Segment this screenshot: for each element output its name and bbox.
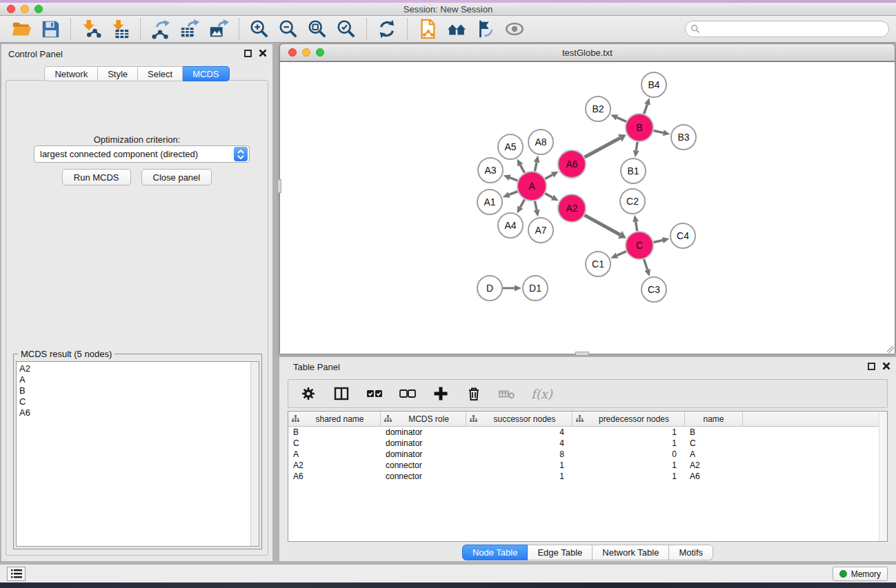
table-cell-successor-nodes[interactable]: 1	[466, 460, 573, 470]
criterion-select[interactable]: largest connected component (directed)	[34, 145, 250, 163]
network-canvas[interactable]: B4B2BB3A8A5A6A3B1AC2A1A2A4A7C4CC1DD1C3	[280, 61, 895, 354]
table-scrollbar[interactable]	[879, 412, 887, 541]
zoom-selected-icon[interactable]	[335, 17, 358, 41]
tab-select[interactable]: Select	[138, 66, 183, 81]
table-cell-predecessor-nodes[interactable]: 1	[573, 472, 685, 481]
edge-C-C2[interactable]	[636, 222, 637, 232]
task-history-list-icon[interactable]	[7, 567, 26, 581]
float-panel-icon[interactable]	[244, 50, 252, 57]
splitter-grip-left[interactable]	[277, 179, 281, 193]
tab-network[interactable]: Network	[44, 66, 98, 81]
edge-A-A3[interactable]	[510, 178, 517, 181]
table-settings-gear-icon[interactable]	[299, 385, 317, 403]
edge-A-A5[interactable]	[520, 165, 524, 172]
close-panel-icon[interactable]	[259, 49, 267, 57]
column-header-predecessor-nodes[interactable]: predecessor nodes	[573, 412, 685, 426]
open-session-icon[interactable]	[10, 17, 33, 41]
close-table-panel-icon[interactable]	[882, 362, 890, 370]
table-cell-predecessor-nodes[interactable]: 1	[573, 427, 685, 437]
tab-network-table[interactable]: Network Table	[593, 545, 669, 560]
show-column-panel-icon[interactable]	[332, 385, 350, 403]
column-header-shared-name[interactable]: shared name	[288, 412, 381, 426]
table-cell-shared-name[interactable]: B	[288, 427, 381, 437]
new-network-from-selection-icon[interactable]	[416, 17, 439, 41]
edge-C-C4[interactable]	[653, 241, 662, 243]
table-cell-shared-name[interactable]: A2	[288, 460, 381, 470]
edge-A-A6[interactable]	[545, 174, 552, 179]
unselect-all-columns-icon[interactable]	[399, 385, 417, 403]
search-input[interactable]	[685, 21, 889, 37]
edge-A-A1[interactable]	[509, 192, 517, 195]
save-session-icon[interactable]	[39, 17, 62, 41]
create-column-plus-icon[interactable]	[432, 385, 450, 403]
tab-edge-table[interactable]: Edge Table	[528, 545, 593, 560]
export-network-icon[interactable]	[149, 17, 172, 41]
table-cell-predecessor-nodes[interactable]: 0	[573, 449, 685, 459]
tab-style[interactable]: Style	[98, 66, 138, 81]
table-cell-successor-nodes[interactable]: 8	[466, 449, 573, 459]
edge-A-A8[interactable]	[535, 162, 537, 171]
edge-C-C3[interactable]	[644, 259, 648, 270]
table-cell-name[interactable]: A6	[685, 472, 743, 481]
mcds-result-item[interactable]: A2	[19, 363, 250, 374]
tab-node-table[interactable]: Node Table	[462, 545, 528, 560]
zoom-fit-icon[interactable]	[306, 17, 329, 41]
home-layout-icon[interactable]	[445, 17, 468, 41]
table-cell-mcds-role[interactable]: dominator	[381, 438, 466, 448]
table-cell-shared-name[interactable]: A6	[288, 472, 381, 481]
mcds-result-item[interactable]: C	[19, 396, 250, 407]
table-cell-shared-name[interactable]: A	[288, 449, 381, 459]
export-image-icon[interactable]	[207, 17, 230, 41]
edge-A-A2[interactable]	[545, 194, 552, 198]
column-header-successor-nodes[interactable]: successor nodes	[466, 412, 573, 426]
table-cell-successor-nodes[interactable]: 1	[466, 472, 573, 481]
table-cell-successor-nodes[interactable]: 4	[466, 427, 573, 437]
zoom-out-icon[interactable]	[277, 17, 300, 41]
refresh-view-icon[interactable]	[375, 17, 399, 41]
edge-A-A4[interactable]	[520, 199, 524, 207]
tab-mcds[interactable]: MCDS	[183, 66, 229, 81]
edge-A6-B[interactable]	[584, 138, 619, 157]
edge-B-B2[interactable]	[617, 117, 626, 121]
table-row[interactable]: Adominator80A	[288, 449, 887, 460]
mcds-result-item[interactable]: B	[19, 385, 250, 396]
show-graphics-details-icon[interactable]	[503, 17, 526, 41]
function-builder-icon[interactable]: f(x)	[531, 387, 552, 401]
table-row[interactable]: A2connector11A2	[288, 460, 887, 471]
splitter-grip-bottom[interactable]	[575, 352, 589, 356]
table-cell-successor-nodes[interactable]: 4	[466, 438, 573, 448]
close-panel-button[interactable]: Close panel	[141, 169, 212, 185]
export-table-icon[interactable]	[178, 17, 201, 41]
table-row[interactable]: Cdominator41C	[288, 438, 887, 449]
table-cell-mcds-role[interactable]: connector	[381, 460, 466, 470]
edge-A-A7[interactable]	[535, 201, 537, 210]
column-header-name[interactable]: name	[685, 412, 743, 426]
delete-table-icon[interactable]	[498, 385, 516, 403]
import-network-icon[interactable]	[79, 17, 103, 41]
edge-B-B3[interactable]	[654, 130, 664, 132]
tab-motifs[interactable]: Motifs	[669, 545, 713, 560]
edge-B-B4[interactable]	[644, 104, 648, 114]
mcds-list-scrollbar[interactable]	[250, 362, 259, 546]
hide-labels-icon[interactable]	[474, 17, 497, 41]
table-row[interactable]: A6connector11A6	[288, 471, 887, 482]
column-header-mcds-role[interactable]: MCDS role	[381, 412, 466, 426]
table-cell-shared-name[interactable]: C	[288, 438, 381, 448]
zoom-in-icon[interactable]	[248, 17, 271, 41]
edge-B-B1[interactable]	[636, 142, 637, 151]
float-table-panel-icon[interactable]	[868, 363, 875, 370]
table-cell-name[interactable]: C	[685, 438, 743, 448]
memory-button[interactable]: Memory	[833, 567, 888, 581]
table-cell-predecessor-nodes[interactable]: 1	[573, 460, 685, 470]
table-cell-mcds-role[interactable]: connector	[381, 472, 466, 481]
resize-grip-icon[interactable]	[887, 346, 894, 353]
delete-column-trash-icon[interactable]	[465, 385, 483, 403]
select-all-columns-icon[interactable]	[366, 385, 384, 403]
table-cell-predecessor-nodes[interactable]: 1	[573, 438, 685, 448]
mcds-result-item[interactable]: A	[19, 374, 250, 385]
mcds-result-item[interactable]: A6	[19, 407, 250, 418]
table-cell-name[interactable]: A2	[685, 460, 743, 470]
edge-C-C1[interactable]	[617, 252, 626, 256]
table-cell-name[interactable]: B	[685, 427, 743, 437]
table-cell-name[interactable]: A	[685, 449, 743, 459]
